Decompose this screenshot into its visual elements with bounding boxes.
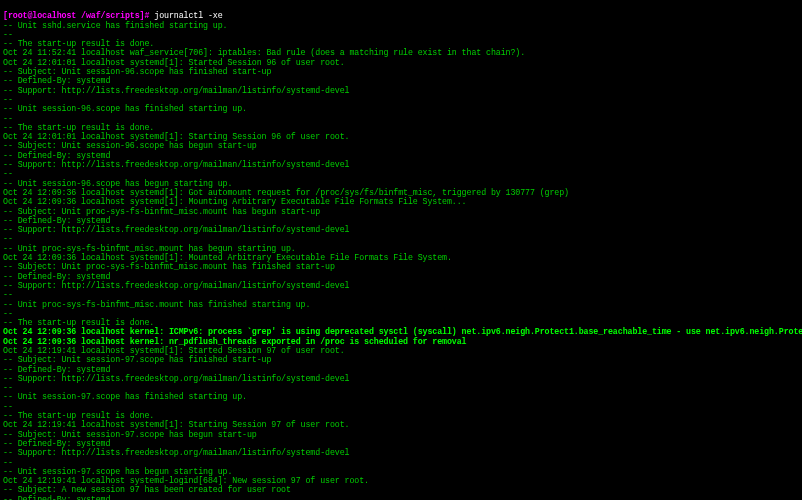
log-line: -- Subject: A new session 97 has been cr… — [3, 485, 799, 494]
log-line: -- Support: http://lists.freedesktop.org… — [3, 160, 799, 169]
log-line: -- Defined-By: systemd — [3, 76, 799, 85]
log-line: -- Support: http://lists.freedesktop.org… — [3, 448, 799, 457]
log-line: Oct 24 12:09:36 localhost systemd[1]: Go… — [3, 188, 799, 197]
log-line: -- Subject: Unit session-97.scope has be… — [3, 430, 799, 439]
log-line: -- Defined-By: systemd — [3, 272, 799, 281]
log-line: Oct 24 12:09:36 localhost kernel: ICMPv6… — [3, 327, 799, 336]
log-line: -- — [3, 169, 799, 178]
typed-command: journalctl -xe — [154, 11, 222, 20]
log-line: -- Unit session-96.scope has finished st… — [3, 104, 799, 113]
log-line: -- — [3, 114, 799, 123]
log-line: -- Subject: Unit proc-sys-fs-binfmt_misc… — [3, 262, 799, 271]
log-line: -- — [3, 383, 799, 392]
log-line: -- — [3, 402, 799, 411]
log-line: -- Defined-By: systemd — [3, 151, 799, 160]
log-line: Oct 24 12:19:41 localhost systemd[1]: St… — [3, 346, 799, 355]
log-line: -- — [3, 309, 799, 318]
log-line: -- The start-up result is done. — [3, 123, 799, 132]
prompt-line: [root@localhost /waf/scripts]# journalct… — [3, 11, 799, 20]
log-line: -- Unit proc-sys-fs-binfmt_misc.mount ha… — [3, 244, 799, 253]
log-line: Oct 24 12:09:36 localhost systemd[1]: Mo… — [3, 197, 799, 206]
log-line: Oct 24 12:19:41 localhost systemd[1]: St… — [3, 420, 799, 429]
log-line: -- Subject: Unit session-97.scope has fi… — [3, 355, 799, 364]
log-line: -- — [3, 458, 799, 467]
log-line: Oct 24 12:09:36 localhost kernel: nr_pdf… — [3, 337, 799, 346]
log-line: -- Defined-By: systemd — [3, 439, 799, 448]
log-line: -- Unit session-97.scope has begun start… — [3, 467, 799, 476]
log-line: -- Unit session-97.scope has finished st… — [3, 392, 799, 401]
log-line: -- The start-up result is done. — [3, 318, 799, 327]
log-line: -- Support: http://lists.freedesktop.org… — [3, 225, 799, 234]
log-line: -- The start-up result is done. — [3, 411, 799, 420]
log-line: -- Defined-By: systemd — [3, 365, 799, 374]
log-line: -- Unit proc-sys-fs-binfmt_misc.mount ha… — [3, 300, 799, 309]
log-output: -- Unit sshd.service has finished starti… — [3, 21, 799, 500]
log-line: -- — [3, 95, 799, 104]
shell-prompt: [root@localhost /waf/scripts]# — [3, 11, 154, 20]
log-line: Oct 24 11:52:41 localhost waf_service[70… — [3, 48, 799, 57]
log-line: -- Unit session-96.scope has begun start… — [3, 179, 799, 188]
log-line: -- Support: http://lists.freedesktop.org… — [3, 86, 799, 95]
log-line: -- Support: http://lists.freedesktop.org… — [3, 374, 799, 383]
terminal-viewport[interactable]: [root@localhost /waf/scripts]# journalct… — [0, 0, 802, 500]
log-line: Oct 24 12:19:41 localhost systemd-logind… — [3, 476, 799, 485]
log-line: -- Subject: Unit session-96.scope has be… — [3, 141, 799, 150]
log-line: -- — [3, 234, 799, 243]
log-line: -- — [3, 30, 799, 39]
log-line: -- Subject: Unit session-96.scope has fi… — [3, 67, 799, 76]
log-line: -- Subject: Unit proc-sys-fs-binfmt_misc… — [3, 207, 799, 216]
log-line: Oct 24 12:09:36 localhost systemd[1]: Mo… — [3, 253, 799, 262]
log-line: -- Support: http://lists.freedesktop.org… — [3, 281, 799, 290]
log-line: Oct 24 12:01:01 localhost systemd[1]: St… — [3, 58, 799, 67]
log-line: Oct 24 12:01:01 localhost systemd[1]: St… — [3, 132, 799, 141]
log-line: -- Unit sshd.service has finished starti… — [3, 21, 799, 30]
log-line: -- Defined-By: systemd — [3, 216, 799, 225]
log-line: -- The start-up result is done. — [3, 39, 799, 48]
log-line: -- — [3, 290, 799, 299]
log-line: -- Defined-By: systemd — [3, 495, 799, 500]
